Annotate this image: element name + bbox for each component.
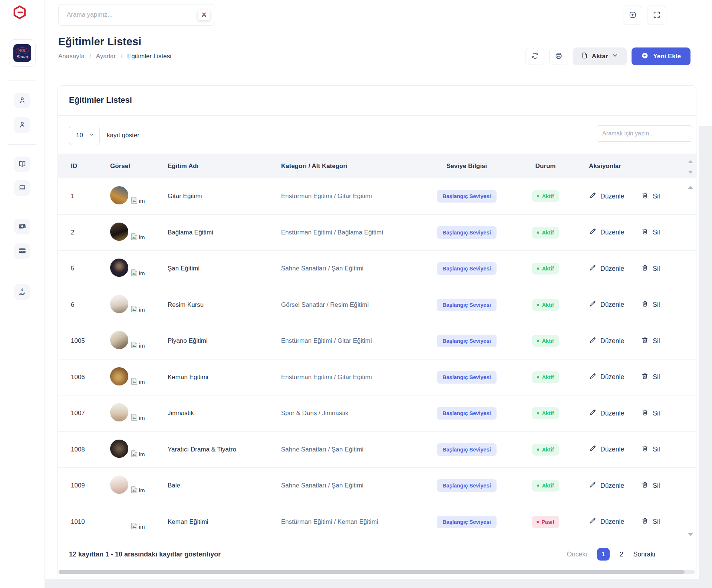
- edit-button-label: Düzenle: [600, 410, 624, 417]
- global-search-input[interactable]: [66, 11, 198, 19]
- sidebar-item-users[interactable]: [14, 93, 30, 108]
- pagination-page-1[interactable]: 1: [597, 548, 610, 561]
- book-open-icon: [18, 160, 26, 169]
- logo-text-sanat: Sanat: [16, 55, 28, 59]
- sidebar-divider: [8, 81, 36, 81]
- horizontal-scrollbar-thumb[interactable]: [59, 570, 685, 574]
- pagination: Önceki 1 2 Sonraki: [567, 548, 655, 561]
- sidebar-item-cards[interactable]: [14, 243, 30, 259]
- page-size-select[interactable]: 10: [69, 126, 100, 145]
- status-badge: Aktif: [532, 299, 558, 311]
- row-actions: Düzenle Sil: [573, 192, 697, 201]
- table-row: 2 im Bağlama Eğitimi Enstürman Eğitimi /…: [58, 215, 697, 251]
- sidebar-divider: [8, 272, 36, 272]
- edit-pen-icon: [589, 409, 596, 418]
- delete-button[interactable]: Sil: [641, 517, 660, 526]
- scroll-up-icon[interactable]: [688, 186, 693, 189]
- course-name: Bağlama Eğitimi: [156, 229, 267, 236]
- course-category: Spor & Dans / Jimnastik: [267, 410, 416, 417]
- edit-button[interactable]: Düzenle: [589, 228, 624, 237]
- sidebar-item-students[interactable]: [14, 117, 30, 133]
- broken-image: im: [130, 486, 149, 495]
- delete-button[interactable]: Sil: [641, 264, 660, 273]
- course-image: [110, 186, 128, 204]
- delete-button-label: Sil: [653, 337, 660, 345]
- pagination-previous[interactable]: Önceki: [567, 551, 587, 558]
- broken-image: im: [130, 269, 149, 278]
- sidebar-divider: [8, 207, 36, 207]
- edit-button[interactable]: Düzenle: [589, 336, 624, 346]
- course-category: Enstürman Eğitimi / Gitar Eğitimi: [267, 193, 416, 200]
- table-header: ID Görsel Eğitim Adı Kategori / Alt Kate…: [58, 154, 697, 178]
- edit-button-label: Düzenle: [600, 337, 624, 345]
- table-row: 1 im Gitar Eğitimi Enstürman Eğitimi / G…: [58, 178, 697, 215]
- status-badge: Aktif: [532, 444, 558, 456]
- course-image: [110, 223, 128, 241]
- vertical-scrollbar-track[interactable]: [699, 126, 712, 588]
- broken-image-alt: im: [139, 306, 145, 313]
- pagination-next[interactable]: Sonraki: [633, 551, 655, 558]
- edit-pen-icon: [589, 264, 596, 273]
- edit-button[interactable]: Düzenle: [589, 300, 624, 309]
- add-new-button[interactable]: Yeni Ekle: [632, 47, 690, 65]
- delete-button[interactable]: Sil: [641, 481, 660, 490]
- sidebar-item-payments[interactable]: [14, 219, 30, 234]
- level-cell: Başlangıç Seviyesi: [416, 407, 518, 420]
- course-name: Keman Eğitimi: [156, 518, 267, 526]
- status-cell: Aktif: [518, 480, 573, 492]
- scroll-up-icon[interactable]: [688, 160, 693, 163]
- edit-button[interactable]: Düzenle: [589, 481, 624, 490]
- export-button[interactable]: Aktar: [573, 47, 627, 65]
- sidebar-item-courses[interactable]: [14, 157, 30, 172]
- trash-icon: [641, 228, 649, 237]
- edit-button[interactable]: Düzenle: [589, 409, 624, 418]
- refresh-button[interactable]: [525, 48, 544, 65]
- app-logo-icon[interactable]: [13, 5, 27, 19]
- horizontal-scrollbar-track[interactable]: [59, 570, 695, 574]
- breadcrumb-anasayfa[interactable]: Anasayfa: [58, 53, 85, 60]
- edit-button[interactable]: Düzenle: [589, 445, 624, 454]
- course-image: [110, 331, 128, 349]
- delete-button[interactable]: Sil: [641, 409, 660, 418]
- delete-button[interactable]: Sil: [641, 300, 660, 309]
- plus-circle-icon: [641, 52, 649, 61]
- edit-button[interactable]: Düzenle: [589, 372, 624, 382]
- delete-button[interactable]: Sil: [641, 445, 660, 454]
- row-id: 1010: [58, 518, 99, 526]
- scroll-down-icon[interactable]: [688, 171, 693, 174]
- breadcrumb-ayarlar[interactable]: Ayarlar: [96, 53, 116, 60]
- quick-add-button[interactable]: [623, 6, 642, 25]
- broken-image: im: [130, 377, 149, 387]
- delete-button[interactable]: Sil: [641, 192, 660, 201]
- level-cell: Başlangıç Seviyesi: [416, 443, 518, 456]
- pagination-page-2[interactable]: 2: [620, 551, 623, 558]
- sidebar-item-income[interactable]: $: [14, 284, 30, 300]
- status-badge: Pasif: [532, 516, 559, 528]
- course-image: [110, 440, 128, 458]
- scroll-down-icon[interactable]: [688, 533, 693, 536]
- print-button[interactable]: [549, 48, 568, 65]
- row-id: 1008: [58, 446, 99, 453]
- row-image-cell: im: [99, 367, 156, 387]
- workspace-logo[interactable]: ROL Sanat: [9, 39, 36, 67]
- edit-button[interactable]: Düzenle: [589, 264, 624, 273]
- edit-button-label: Düzenle: [600, 193, 624, 200]
- delete-button-label: Sil: [653, 446, 660, 453]
- edit-pen-icon: [589, 300, 596, 309]
- sidebar-item-online-lessons[interactable]: [14, 180, 30, 196]
- fullscreen-icon: [653, 11, 661, 20]
- fullscreen-button[interactable]: [647, 6, 666, 25]
- delete-button[interactable]: Sil: [641, 228, 660, 237]
- table-search-input[interactable]: [596, 125, 693, 142]
- credit-card-icon: [18, 247, 26, 256]
- svg-text:$: $: [21, 288, 23, 291]
- trash-icon: [641, 481, 649, 490]
- chevron-down-icon: [89, 132, 94, 139]
- edit-button[interactable]: Düzenle: [589, 192, 624, 201]
- course-category: Enstürman Eğitimi / Keman Eğitimi: [267, 518, 416, 526]
- delete-button[interactable]: Sil: [641, 372, 660, 382]
- delete-button[interactable]: Sil: [641, 336, 660, 346]
- status-cell: Aktif: [518, 444, 573, 456]
- edit-button[interactable]: Düzenle: [589, 517, 624, 526]
- header-gorsel: Görsel: [99, 162, 156, 170]
